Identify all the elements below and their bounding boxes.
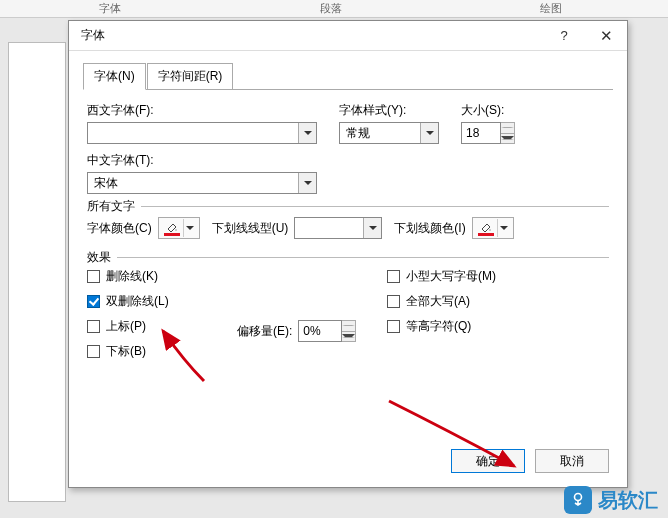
double-strike-row[interactable]: 双删除线(L)	[87, 293, 237, 310]
size-label: 大小(S):	[461, 102, 515, 119]
titlebar: 字体 ? ✕	[69, 21, 627, 51]
western-font-combo[interactable]	[87, 122, 317, 144]
underline-color-picker[interactable]	[472, 217, 514, 239]
spinner-down[interactable]	[342, 332, 355, 342]
allcaps-row[interactable]: 全部大写(A)	[387, 293, 547, 310]
underline-color-drop[interactable]	[497, 219, 511, 237]
cancel-label: 取消	[560, 453, 584, 470]
subscript-row[interactable]: 下标(B)	[87, 343, 237, 360]
underline-type-drop[interactable]	[363, 218, 381, 238]
subscript-checkbox[interactable]	[87, 345, 100, 358]
offset-spinner[interactable]	[342, 320, 356, 342]
all-text-group: 所有文字 字体颜色(C) 下划线线型(U) 下划线颜色(I)	[87, 206, 609, 239]
western-font-label: 西文字体(F):	[87, 102, 317, 119]
offset-row: 偏移量(E): 0%	[237, 320, 387, 342]
tab-font[interactable]: 字体(N)	[83, 63, 146, 90]
chevron-down-icon	[342, 334, 355, 338]
subscript-label: 下标(B)	[106, 343, 146, 360]
style-dropdown[interactable]	[420, 123, 438, 143]
chinese-font-dropdown[interactable]	[298, 173, 316, 193]
chinese-font-value: 宋体	[88, 175, 298, 192]
superscript-row[interactable]: 上标(P)	[87, 318, 237, 335]
ribbon-font: 字体	[0, 0, 220, 17]
chinese-font-combo[interactable]: 宋体	[87, 172, 317, 194]
chevron-down-icon	[500, 226, 508, 230]
chevron-down-icon	[304, 181, 312, 185]
size-value: 18	[466, 126, 479, 140]
equalize-row[interactable]: 等高字符(Q)	[387, 318, 547, 335]
watermark: 易软汇	[564, 486, 658, 514]
close-icon: ✕	[600, 27, 613, 45]
tab-row: 字体(N) 字符间距(R)	[83, 63, 613, 90]
all-text-legend: 所有文字	[87, 198, 141, 215]
color-swatch	[478, 233, 494, 236]
svg-point-0	[575, 494, 582, 501]
double-strike-label: 双删除线(L)	[106, 293, 169, 310]
dialog-footer: 确定 取消	[69, 439, 627, 487]
chinese-font-label: 中文字体(T):	[87, 152, 317, 169]
effects-group: 效果 删除线(K) 双删除线(L) 上标(P)	[87, 257, 609, 368]
double-strike-checkbox[interactable]	[87, 295, 100, 308]
color-swatch	[164, 233, 180, 236]
spinner-down[interactable]	[501, 134, 514, 144]
ribbon-groups: 字体 段落 绘图	[0, 0, 668, 18]
offset-value: 0%	[303, 324, 320, 338]
offset-input[interactable]: 0%	[298, 320, 342, 342]
strike-label: 删除线(K)	[106, 268, 158, 285]
ribbon-draw: 绘图	[441, 0, 661, 17]
tab-spacing[interactable]: 字符间距(R)	[147, 63, 234, 89]
smallcaps-checkbox[interactable]	[387, 270, 400, 283]
ribbon-paragraph: 段落	[220, 0, 440, 17]
smallcaps-label: 小型大写字母(M)	[406, 268, 496, 285]
effects-legend: 效果	[87, 249, 117, 266]
font-color-drop[interactable]	[183, 219, 197, 237]
cancel-button[interactable]: 取消	[535, 449, 609, 473]
tab-spacing-label: 字符间距(R)	[158, 69, 223, 83]
chevron-down-icon	[501, 136, 514, 140]
western-font-dropdown[interactable]	[298, 123, 316, 143]
bucket-icon	[161, 219, 183, 237]
spinner-up[interactable]	[342, 321, 355, 332]
font-color-label: 字体颜色(C)	[87, 220, 152, 237]
style-label: 字体样式(Y):	[339, 102, 439, 119]
ok-button[interactable]: 确定	[451, 449, 525, 473]
style-combo[interactable]: 常规	[339, 122, 439, 144]
superscript-checkbox[interactable]	[87, 320, 100, 333]
superscript-label: 上标(P)	[106, 318, 146, 335]
size-input[interactable]: 18	[461, 122, 501, 144]
allcaps-checkbox[interactable]	[387, 295, 400, 308]
size-spinner[interactable]	[501, 122, 515, 144]
strike-row[interactable]: 删除线(K)	[87, 268, 237, 285]
document-page	[8, 42, 66, 502]
tab-font-label: 字体(N)	[94, 69, 135, 83]
ok-label: 确定	[476, 453, 500, 470]
underline-color-label: 下划线颜色(I)	[394, 220, 465, 237]
font-dialog: 字体 ? ✕ 字体(N) 字符间距(R) 西文字体(F): 字体样式(Y): 常…	[68, 20, 628, 488]
equalize-label: 等高字符(Q)	[406, 318, 471, 335]
underline-type-combo[interactable]	[294, 217, 382, 239]
chevron-down-icon	[369, 226, 377, 230]
chevron-down-icon	[304, 131, 312, 135]
spinner-up[interactable]	[501, 123, 514, 134]
allcaps-label: 全部大写(A)	[406, 293, 470, 310]
chevron-up-icon	[501, 127, 514, 128]
chevron-up-icon	[342, 325, 355, 326]
underline-type-label: 下划线线型(U)	[212, 220, 289, 237]
help-button[interactable]: ?	[543, 21, 585, 51]
close-button[interactable]: ✕	[585, 21, 627, 51]
smallcaps-row[interactable]: 小型大写字母(M)	[387, 268, 547, 285]
equalize-checkbox[interactable]	[387, 320, 400, 333]
dialog-title: 字体	[81, 27, 543, 44]
watermark-text: 易软汇	[598, 487, 658, 514]
style-value: 常规	[340, 125, 420, 142]
chevron-down-icon	[426, 131, 434, 135]
bucket-icon	[475, 219, 497, 237]
strike-checkbox[interactable]	[87, 270, 100, 283]
watermark-icon	[564, 486, 592, 514]
font-color-picker[interactable]	[158, 217, 200, 239]
dialog-body: 西文字体(F): 字体样式(Y): 常规 大小(S): 18	[69, 90, 627, 439]
offset-label: 偏移量(E):	[237, 323, 292, 340]
chevron-down-icon	[186, 226, 194, 230]
